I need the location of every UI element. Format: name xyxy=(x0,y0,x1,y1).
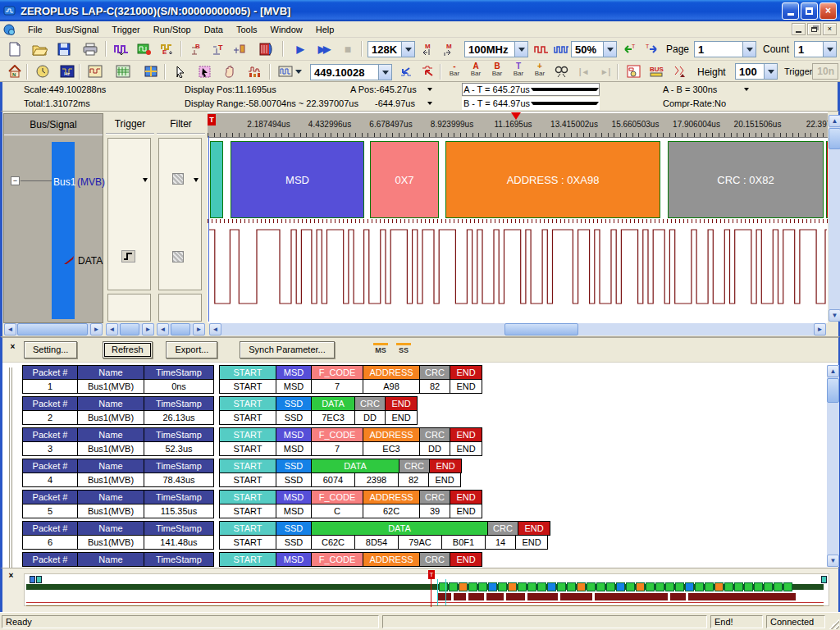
navigator-a-marker[interactable] xyxy=(36,576,42,583)
trigger-flag[interactable]: T xyxy=(208,114,216,126)
waveform-canvas[interactable]: T 2.187494us4.432996us6.678497us8.923999… xyxy=(208,112,828,323)
packet-panel-close-button[interactable]: × xyxy=(7,341,18,352)
scroll-down-button[interactable]: ▼ xyxy=(829,309,840,322)
menu-help[interactable]: Help xyxy=(309,23,341,36)
packet-vscrollbar[interactable]: ▲ ▼ xyxy=(827,365,839,567)
memory-page-prev-icon[interactable]: M xyxy=(418,40,438,58)
scroll-thumb[interactable] xyxy=(827,378,839,403)
group-edit-icon[interactable]: E xyxy=(158,40,177,58)
goto-trigger-left-icon[interactable]: T xyxy=(620,40,640,58)
packet-row-2[interactable]: Packet #NameTimeStamp2Bus1(MVB)26.13usST… xyxy=(22,396,826,425)
trigger-mark-i-icon[interactable] xyxy=(230,40,249,58)
filter-checkbox-data[interactable] xyxy=(172,251,184,262)
a-t-dropdown[interactable] xyxy=(531,84,599,95)
rising-wave-icon[interactable] xyxy=(532,40,551,58)
height-combo[interactable]: 100 xyxy=(735,63,778,80)
waveform-window-button[interactable] xyxy=(85,62,105,80)
scroll-up-button[interactable]: ▲ xyxy=(829,115,840,127)
menu-window[interactable]: Window xyxy=(264,23,309,36)
stop-button[interactable]: ■ xyxy=(338,40,358,58)
scroll-down-button[interactable]: ▼ xyxy=(827,555,839,567)
packet-row-1[interactable]: Packet #NameTimeStamp1Bus1(MVB)0nsSTARTM… xyxy=(22,365,826,394)
bus1-collapse-toggle[interactable]: − xyxy=(11,176,20,185)
open-file-button[interactable] xyxy=(30,40,49,58)
scroll-thumb[interactable] xyxy=(829,128,840,149)
scroll-right-button[interactable]: ► xyxy=(814,323,826,336)
menu-data[interactable]: Data xyxy=(198,23,230,36)
packet-row-4[interactable]: Packet #NameTimeStamp4Bus1(MVB)78.43usST… xyxy=(22,459,826,487)
navigator-trigger-flag[interactable]: T xyxy=(428,570,435,579)
bus1-label[interactable]: Bus1 xyxy=(53,176,75,188)
data-signal-label[interactable]: DATA xyxy=(78,255,103,267)
b-t-dropdown[interactable] xyxy=(531,98,599,109)
maximize-button[interactable] xyxy=(801,2,818,20)
filter-col-hscrollbar[interactable]: ◄ ► xyxy=(157,323,205,336)
navigator-overview[interactable]: T xyxy=(24,573,829,606)
close-button[interactable]: × xyxy=(819,2,837,20)
statistics-button[interactable] xyxy=(244,62,264,80)
clock-setup-button[interactable] xyxy=(33,62,52,80)
data-waveform[interactable] xyxy=(208,225,828,322)
b-t-combo[interactable]: B - T = 644.97us xyxy=(462,97,600,110)
navigator-view-left-edge[interactable] xyxy=(437,579,438,605)
menu-run-stop[interactable]: Run/Stop xyxy=(147,23,198,36)
page-dropdown[interactable] xyxy=(742,42,756,57)
packet-row-3[interactable]: Packet #NameTimeStamp3Bus1(MVB)52.3usSTA… xyxy=(22,427,826,456)
navigator-close-button[interactable]: × xyxy=(6,570,16,581)
display-position-marker[interactable] xyxy=(511,112,521,120)
scroll-thumb[interactable] xyxy=(120,323,139,336)
pointer-tool-button[interactable] xyxy=(171,62,190,80)
bar-tool-3-button[interactable]: BBar xyxy=(487,62,507,80)
scroll-left-button[interactable]: ◄ xyxy=(106,323,118,336)
filter-checkbox-bus1[interactable] xyxy=(172,173,184,185)
position-dropdown[interactable] xyxy=(378,65,391,80)
panel-grip[interactable] xyxy=(9,368,12,568)
frequency-button[interactable]: Hz xyxy=(57,62,77,80)
scroll-left-button[interactable]: ◄ xyxy=(4,323,16,336)
packet-row-5[interactable]: Packet #NameTimeStamp5Bus1(MVB)115.35usS… xyxy=(22,490,826,518)
filter-cell-extra[interactable] xyxy=(158,294,202,322)
trigger-cell-bus1[interactable] xyxy=(107,138,151,290)
trigger-cell-extra[interactable] xyxy=(107,294,151,322)
bar-tool-4-button[interactable]: TBar xyxy=(509,62,528,80)
navigator-end-marker[interactable] xyxy=(821,576,827,583)
bar-tool-5-button[interactable]: +Bar xyxy=(530,62,550,80)
trigger-col-hscrollbar[interactable]: ◄ ► xyxy=(106,323,154,336)
sample-depth-dropdown[interactable] xyxy=(401,42,414,57)
export-button[interactable]: Export... xyxy=(166,341,217,358)
bar-tool-2-button[interactable]: ABar xyxy=(466,62,486,80)
packet-row-6[interactable]: Packet #NameTimeStamp6Bus1(MVB)141.48usS… xyxy=(22,521,826,550)
memory-page-next-icon[interactable]: M xyxy=(440,40,459,58)
a-pos-dropdown[interactable] xyxy=(424,84,436,94)
sample-rate-dropdown[interactable] xyxy=(514,42,527,57)
mdi-restore-button[interactable] xyxy=(807,23,821,35)
trigger-edge-icon[interactable] xyxy=(121,250,135,262)
trigger-mark-b-icon[interactable]: B xyxy=(187,40,207,58)
scroll-right-button[interactable]: ► xyxy=(142,323,154,336)
falling-wave-icon[interactable] xyxy=(551,40,571,58)
select-tool-button[interactable] xyxy=(195,62,215,80)
bus-col-hscrollbar[interactable]: ◄ ► xyxy=(4,323,103,336)
bus-edit-icon[interactable] xyxy=(112,40,131,58)
find-button[interactable] xyxy=(551,62,571,80)
menu-trigger[interactable]: Trigger xyxy=(105,23,146,36)
bus-analyzer-button[interactable] xyxy=(256,40,276,58)
height-dropdown[interactable] xyxy=(764,64,777,79)
goto-wave-right-icon[interactable] xyxy=(418,62,438,80)
sample-depth-combo[interactable]: 128K xyxy=(368,41,415,57)
synch-parameter-button[interactable]: Synch Parameter... xyxy=(240,341,335,358)
find-next-button[interactable]: ►| xyxy=(596,62,615,80)
waveform-hscrollbar[interactable]: ◄ ► xyxy=(209,323,826,336)
scroll-thumb[interactable] xyxy=(504,323,578,336)
navigator-window-button[interactable] xyxy=(141,62,161,80)
menu-tools[interactable]: Tools xyxy=(230,23,264,36)
count-combo[interactable]: 1 xyxy=(794,41,837,57)
mdi-close-button[interactable]: × xyxy=(823,23,837,35)
zoom-combo[interactable]: 50% xyxy=(571,41,617,57)
scroll-thumb[interactable] xyxy=(17,323,88,336)
home-button[interactable]: N xyxy=(5,62,25,80)
signal-edit-icon[interactable] xyxy=(135,40,154,58)
a-t-combo[interactable]: A - T = 645.27us xyxy=(462,83,600,96)
trigger-mark-t-icon[interactable]: T xyxy=(208,40,228,58)
bus-packet-list-button[interactable]: BUS xyxy=(646,62,666,80)
